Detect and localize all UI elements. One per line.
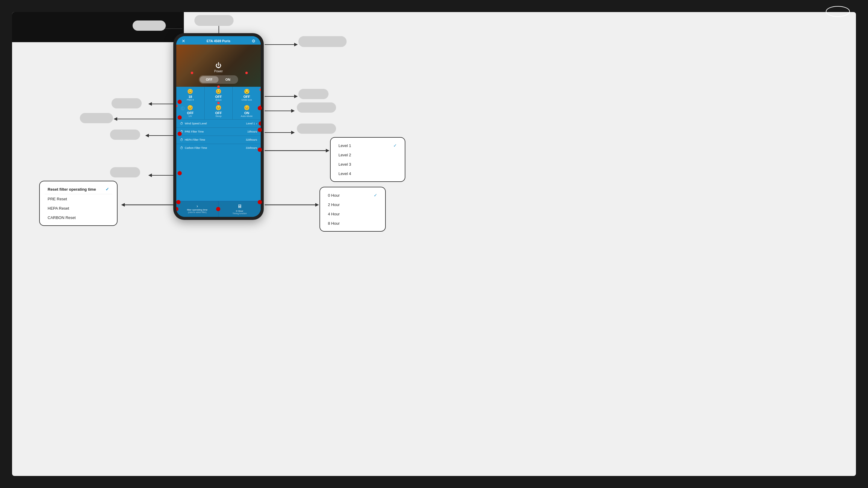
timing-icon: 🖥 (237, 204, 242, 209)
status-anion[interactable]: 😊 OFF Anion (205, 87, 233, 103)
dot-hepa-left (178, 171, 182, 175)
wind-label: Wind Speed Level (185, 122, 207, 125)
dot-childlock-right (258, 106, 262, 110)
childlock-icon: 😒 (244, 89, 250, 94)
wind-level3[interactable]: Level 3 (336, 160, 400, 169)
phone-device: ✕ ETA 4569 Puris ⚙ ⏻ Power OFF ON 😊 18 P… (173, 33, 264, 220)
annotation-right-mid2 (297, 102, 336, 113)
mode-auto[interactable]: 😊 ON Auto-Mode (233, 103, 261, 119)
auto-icon: 😊 (244, 105, 250, 110)
power-icon: ⏻ (216, 62, 221, 69)
carbon-value: 334hours (246, 147, 257, 150)
anion-icon: 😊 (216, 89, 221, 94)
wind-level4[interactable]: Level 4 (336, 169, 400, 178)
dot-status-left (178, 100, 182, 104)
pm25-label: PM2.5 (187, 98, 194, 101)
settings-icon[interactable]: ⚙ (250, 38, 256, 43)
pm25-icon: 😊 (187, 89, 193, 94)
sleep-dot (217, 102, 220, 104)
phone-bottom: › filter operating time (click to select… (176, 201, 261, 217)
childlock-label: Child lock (241, 98, 252, 101)
power-dot-off (191, 72, 193, 74)
auto-value: ON (244, 111, 249, 115)
filter-right-dot (216, 207, 220, 211)
wind-level2[interactable]: Level 2 (336, 150, 400, 160)
sleep-label: Sleep (216, 115, 221, 118)
annotation-left-mid1 (112, 98, 142, 108)
status-childlock[interactable]: 😒 OFF Child lock (233, 87, 261, 103)
timing-label: Timing function (232, 213, 247, 215)
wind-level1[interactable]: Level 1 (336, 141, 400, 150)
pre-label: PRE Filter Time (185, 130, 204, 133)
hepa-label: HEPA Filter Time (185, 138, 205, 141)
pre-filter-row[interactable]: ⏱ PRE Filter Time 19hours (176, 127, 261, 135)
phone-title: ETA 4569 Puris (187, 39, 250, 43)
timing-4hour[interactable]: 4 Hour (325, 209, 380, 219)
annotation-top-left (133, 21, 166, 31)
power-toggle[interactable]: OFF ON (199, 75, 238, 84)
carbon-filter-row[interactable]: ⏱ Carbon Filter Time 334hours (176, 144, 261, 152)
wind-speed-menu: Level 1 Level 2 Level 3 Level 4 (330, 137, 405, 182)
wind-speed-row[interactable]: ⏱ Wind Speed Level Level 1 › (176, 119, 261, 127)
power-off-btn[interactable]: OFF (200, 76, 218, 83)
dot-auto-right (258, 128, 262, 132)
annotation-right-mid1 (299, 89, 329, 99)
phone-header: ✕ ETA 4569 Puris ⚙ (176, 36, 261, 44)
hepa-filter-row[interactable]: ⏱ HEPA Filter Time 328hours (176, 135, 261, 144)
pre-value: 19hours (247, 130, 257, 133)
auto-label: Auto-Mode (241, 115, 253, 118)
timing-2hour[interactable]: 2 Hour (325, 200, 380, 209)
power-on-btn[interactable]: ON (218, 76, 237, 83)
wind-red-dot (258, 121, 261, 126)
anion-dot (217, 86, 220, 88)
hero-area: ⏻ Power OFF ON (176, 44, 261, 87)
uv-value: OFF (187, 111, 193, 115)
main-background (12, 12, 856, 476)
annotation-left-mid3 (110, 130, 140, 140)
hepa-icon: ⏱ (180, 138, 183, 141)
childlock-dot (259, 89, 261, 91)
settings-list: ⏱ Wind Speed Level Level 1 › ⏱ PRE Filte… (176, 119, 261, 201)
filter-left-dot (176, 207, 179, 211)
uv-label: UV (189, 115, 192, 118)
phone-screen: ✕ ETA 4569 Puris ⚙ ⏻ Power OFF ON 😊 18 P… (176, 36, 261, 217)
dot-pm25-left (178, 116, 182, 120)
carbon-label: Carbon Filter Time (185, 147, 207, 150)
dot-uv-left (178, 132, 182, 136)
carbon-reset[interactable]: CARBON Reset (44, 213, 112, 222)
childlock-value: OFF (244, 95, 250, 98)
hepa-reset[interactable]: HEPA Reset (44, 204, 112, 213)
sleep-value: OFF (215, 111, 222, 115)
timing-8hour[interactable]: 8 Hour (325, 219, 380, 228)
timing-menu: 0 Hour 2 Hour 4 Hour 8 Hour (319, 187, 386, 232)
annotation-right-mid3 (297, 124, 336, 134)
dot-bottom-left (176, 200, 181, 204)
power-label: Power (214, 70, 223, 73)
power-dot-on (245, 72, 248, 74)
close-icon[interactable]: ✕ (181, 38, 187, 43)
pm25-value: 18 (188, 95, 192, 98)
uv-icon: 😊 (187, 105, 193, 110)
timing-value: 0 Hour (236, 210, 243, 213)
filter-chevron-icon: › (196, 204, 198, 208)
wind-chevron: › (256, 122, 257, 125)
dot-wind-right (258, 148, 262, 152)
status-row-1: 😊 18 PM2.5 😊 OFF Anion 😒 OFF Child lock (176, 87, 261, 103)
wind-icon: ⏱ (180, 122, 183, 125)
carbon-icon: ⏱ (180, 146, 183, 150)
filter-click-label: (click to select filter) (188, 211, 207, 213)
pre-reset[interactable]: PRE Reset (44, 194, 112, 204)
uv-dot (176, 105, 178, 107)
annotation-top-center (194, 15, 234, 26)
timing-0hour[interactable]: 0 Hour (325, 190, 380, 200)
wind-value: Level 1 (246, 122, 255, 125)
anion-value: OFF (215, 95, 222, 98)
annotation-left-mid2 (80, 113, 113, 123)
annotation-right-top1 (299, 36, 347, 47)
filter-reset-cell[interactable]: › filter operating time (click to select… (176, 201, 218, 217)
timing-cell[interactable]: 🖥 0 Hour Timing function (218, 201, 261, 217)
annotation-left-bottom (110, 167, 140, 177)
mode-sleep[interactable]: 😊 OFF Sleep (205, 103, 233, 119)
filter-reset-menu: Reset filter operating time PRE Reset HE… (39, 181, 118, 226)
anion-label: Anion (216, 98, 221, 101)
